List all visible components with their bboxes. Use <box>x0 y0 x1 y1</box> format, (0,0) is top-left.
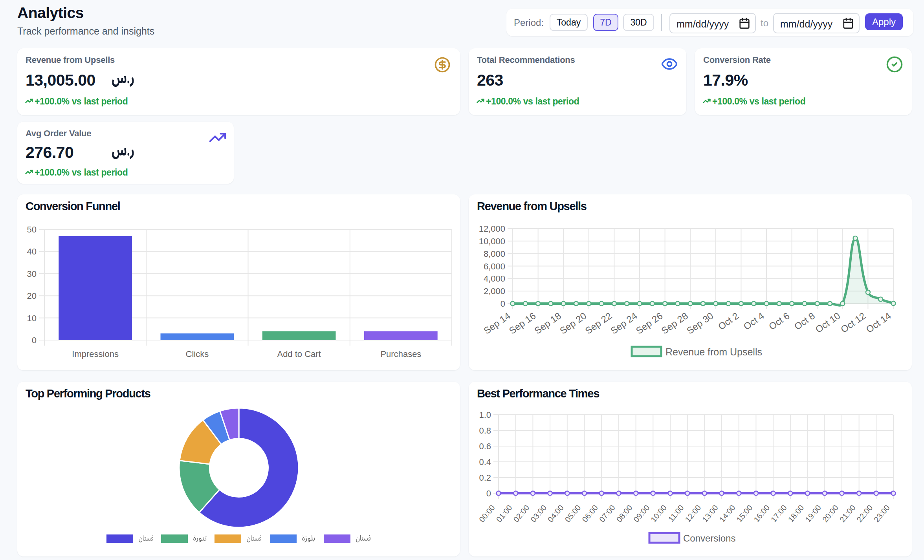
svg-text:Sep 16: Sep 16 <box>507 310 538 336</box>
svg-text:22:00: 22:00 <box>855 503 874 523</box>
svg-text:11:00: 11:00 <box>667 503 686 523</box>
svg-text:Oct 8: Oct 8 <box>792 310 817 332</box>
svg-text:18:00: 18:00 <box>786 503 806 523</box>
svg-text:21:00: 21:00 <box>838 503 857 523</box>
svg-text:09:00: 09:00 <box>632 503 651 523</box>
svg-text:0: 0 <box>500 299 505 309</box>
svg-text:6,000: 6,000 <box>484 262 505 271</box>
svg-text:Purchases: Purchases <box>380 349 421 359</box>
svg-text:Conversions: Conversions <box>683 533 735 544</box>
svg-text:0.8: 0.8 <box>479 426 491 436</box>
svg-text:Sep 22: Sep 22 <box>583 310 614 336</box>
svg-text:1.0: 1.0 <box>479 410 491 420</box>
svg-text:Add to Cart: Add to Cart <box>277 349 321 359</box>
svg-text:0: 0 <box>486 489 491 498</box>
svg-text:16:00: 16:00 <box>752 503 771 523</box>
svg-text:00:00: 00:00 <box>477 503 497 523</box>
svg-text:08:00: 08:00 <box>615 503 634 523</box>
svg-text:8,000: 8,000 <box>484 249 505 259</box>
svg-text:Sep 30: Sep 30 <box>685 310 715 336</box>
svg-text:Sep 28: Sep 28 <box>659 310 690 336</box>
svg-text:14:00: 14:00 <box>718 503 737 523</box>
svg-text:20: 20 <box>27 291 37 301</box>
svg-text:12:00: 12:00 <box>683 503 702 523</box>
svg-text:19:00: 19:00 <box>803 503 823 523</box>
svg-text:02:00: 02:00 <box>512 503 531 523</box>
svg-text:2,000: 2,000 <box>484 286 505 296</box>
svg-text:17:00: 17:00 <box>769 503 788 523</box>
svg-text:03:00: 03:00 <box>529 503 548 523</box>
svg-text:12,000: 12,000 <box>479 224 505 234</box>
svg-text:15:00: 15:00 <box>735 503 754 523</box>
svg-text:04:00: 04:00 <box>546 503 565 523</box>
svg-text:07:00: 07:00 <box>598 503 617 523</box>
svg-text:Sep 14: Sep 14 <box>482 310 512 336</box>
svg-text:Sep 24: Sep 24 <box>609 310 639 336</box>
svg-text:10:00: 10:00 <box>649 503 668 523</box>
svg-text:Sep 18: Sep 18 <box>532 310 563 336</box>
svg-text:Oct 10: Oct 10 <box>813 310 842 335</box>
svg-text:Oct 4: Oct 4 <box>741 310 766 332</box>
svg-text:01:00: 01:00 <box>495 503 514 523</box>
svg-text:Impressions: Impressions <box>72 349 119 359</box>
svg-text:30: 30 <box>27 269 37 279</box>
svg-text:05:00: 05:00 <box>563 503 583 523</box>
svg-text:0.4: 0.4 <box>479 457 491 467</box>
svg-text:50: 50 <box>27 225 37 234</box>
svg-text:06:00: 06:00 <box>580 503 600 523</box>
svg-text:Oct 2: Oct 2 <box>716 310 741 332</box>
svg-text:Oct 14: Oct 14 <box>864 310 893 335</box>
svg-text:13:00: 13:00 <box>700 503 720 523</box>
svg-text:10,000: 10,000 <box>479 236 505 246</box>
svg-text:Sep 20: Sep 20 <box>558 310 588 336</box>
svg-text:23:00: 23:00 <box>872 503 891 523</box>
svg-text:Oct 6: Oct 6 <box>767 310 791 332</box>
svg-text:20:00: 20:00 <box>821 503 840 523</box>
svg-text:10: 10 <box>27 313 37 323</box>
svg-text:0.6: 0.6 <box>479 441 491 451</box>
svg-text:0.2: 0.2 <box>479 473 491 483</box>
svg-text:4,000: 4,000 <box>484 274 505 284</box>
svg-text:40: 40 <box>27 247 37 256</box>
svg-text:Oct 12: Oct 12 <box>839 310 867 335</box>
svg-text:Clicks: Clicks <box>186 349 209 359</box>
svg-text:Sep 26: Sep 26 <box>634 310 665 336</box>
svg-text:Revenue from Upsells: Revenue from Upsells <box>666 346 762 357</box>
svg-text:0: 0 <box>32 335 37 345</box>
